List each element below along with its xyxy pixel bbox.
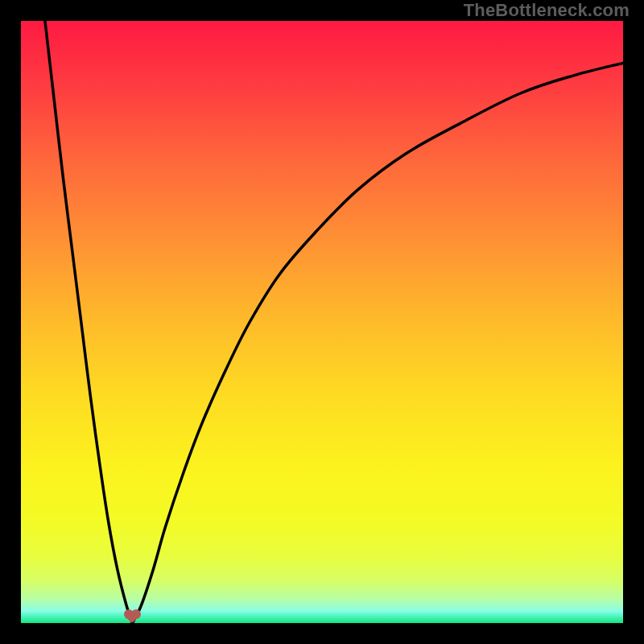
plot-area: [21, 21, 623, 623]
left-branch-line: [45, 21, 132, 623]
curve-layer: [21, 21, 623, 623]
chart-frame: TheBottleneck.com: [0, 0, 644, 644]
watermark-text: TheBottleneck.com: [464, 0, 630, 21]
right-branch-line: [132, 63, 623, 623]
